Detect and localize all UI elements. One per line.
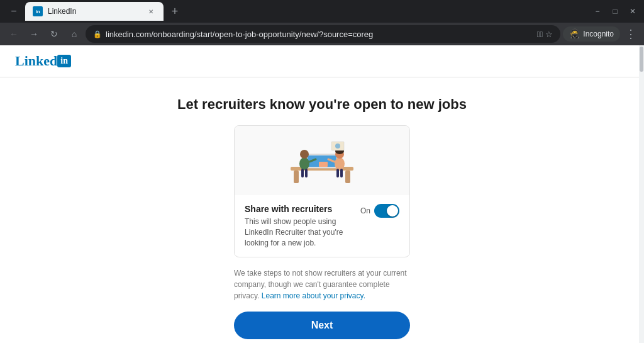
- svg-rect-18: [319, 162, 328, 167]
- svg-point-10: [335, 157, 345, 170]
- svg-rect-14: [336, 169, 339, 177]
- svg-rect-2: [345, 171, 350, 183]
- page-scrollbar[interactable]: [639, 45, 644, 343]
- logo-text-in: in: [57, 55, 71, 67]
- window-controls: − □ ✕: [591, 5, 639, 18]
- linkedin-header: Linked in: [0, 45, 644, 77]
- card-illustration: [235, 126, 409, 195]
- active-tab[interactable]: in LinkedIn ✕: [25, 2, 164, 21]
- next-button[interactable]: Next: [234, 312, 410, 339]
- toggle-container: On: [360, 204, 399, 218]
- logo-text-linked: Linked: [15, 53, 57, 69]
- privacy-link[interactable]: Learn more about your privacy.: [262, 291, 365, 300]
- svg-rect-1: [294, 171, 299, 183]
- window-control-minimize[interactable]: −: [5, 3, 23, 20]
- card-text: Share with recruiters This will show peo…: [245, 204, 353, 248]
- incognito-button[interactable]: 🥷 Incognito: [563, 26, 620, 42]
- svg-rect-9: [305, 169, 308, 177]
- forward-button[interactable]: →: [25, 25, 43, 43]
- incognito-label: Incognito: [583, 30, 614, 38]
- toggle-label: On: [360, 206, 370, 215]
- back-button[interactable]: ←: [5, 25, 23, 43]
- eye-off-icon[interactable]: 👁⃠: [537, 30, 543, 39]
- tab-bar: − in LinkedIn ✕ + − □ ✕: [0, 0, 644, 23]
- scrollbar-thumb[interactable]: [640, 47, 643, 72]
- recruiter-card: Share with recruiters This will show peo…: [234, 125, 410, 257]
- share-toggle[interactable]: [374, 204, 399, 218]
- url-bar[interactable]: 🔒 linkedin.com/onboarding/start/open-to-…: [86, 25, 560, 43]
- share-description: This will show people using LinkedIn Rec…: [245, 216, 353, 248]
- browser-window: − in LinkedIn ✕ + − □ ✕ ← → ↻ ⌂ 🔒: [0, 0, 644, 343]
- browser-menu-button[interactable]: ⋮: [623, 25, 639, 43]
- url-action-icons: 👁⃠ ☆: [537, 30, 553, 39]
- url-text: linkedin.com/onboarding/start/open-to-jo…: [106, 30, 533, 39]
- maximize-button[interactable]: □: [609, 5, 621, 18]
- privacy-note: We take steps to not show recruiters at …: [234, 267, 410, 301]
- home-button[interactable]: ⌂: [65, 25, 83, 43]
- svg-point-6: [300, 150, 309, 159]
- share-title: Share with recruiters: [245, 204, 353, 214]
- page-title: Let recruiters know you're open to new j…: [177, 96, 467, 113]
- incognito-icon: 🥷: [569, 28, 580, 40]
- browser-chrome: − in LinkedIn ✕ + − □ ✕ ← → ↻ ⌂ 🔒: [0, 0, 644, 45]
- illustration-svg: [272, 129, 372, 192]
- page-content: Linked in Let recruiters know you're ope…: [0, 45, 644, 343]
- new-tab-button[interactable]: +: [166, 3, 184, 20]
- main-content-area: Let recruiters know you're open to new j…: [0, 77, 644, 343]
- ssl-lock-icon: 🔒: [93, 30, 102, 38]
- svg-point-17: [335, 143, 340, 149]
- tab-close-button[interactable]: ✕: [146, 6, 156, 16]
- minimize-button[interactable]: −: [591, 5, 604, 18]
- card-body: Share with recruiters This will show peo…: [235, 195, 409, 257]
- bookmark-icon[interactable]: ☆: [545, 30, 553, 39]
- close-button[interactable]: ✕: [626, 5, 639, 18]
- svg-point-5: [299, 157, 309, 170]
- toggle-knob: [387, 205, 398, 216]
- tab-favicon: in: [33, 6, 43, 16]
- reload-button[interactable]: ↻: [45, 25, 63, 43]
- tab-title: LinkedIn: [48, 7, 141, 16]
- svg-rect-15: [340, 169, 343, 177]
- address-bar: ← → ↻ ⌂ 🔒 linkedin.com/onboarding/start/…: [0, 23, 644, 45]
- svg-rect-8: [301, 169, 304, 177]
- linkedin-logo: Linked in: [15, 53, 629, 69]
